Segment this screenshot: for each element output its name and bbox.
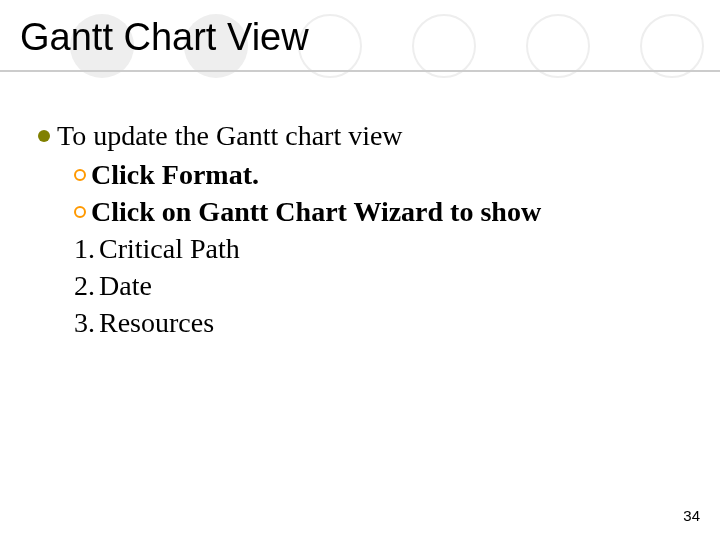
list-text: Date (99, 268, 152, 305)
slide-body: To update the Gantt chart view Click For… (38, 118, 690, 342)
bullet-level2-text: Click Format. (91, 157, 259, 194)
list-number: 2. (74, 268, 95, 305)
bullet-level1: To update the Gantt chart view (38, 118, 690, 155)
decor-circle (640, 14, 704, 78)
decor-circle (412, 14, 476, 78)
list-item: 1. Critical Path (74, 231, 690, 268)
bullet-level2: Click on Gantt Chart Wizard to show (74, 194, 690, 231)
list-item: 2. Date (74, 268, 690, 305)
ordered-list: 1. Critical Path 2. Date 3. Resources (74, 231, 690, 342)
page-number: 34 (683, 507, 700, 524)
bullet-level2-text: Click on Gantt Chart Wizard to show (91, 194, 541, 231)
ring-bullet-icon (74, 206, 86, 218)
title-underline (0, 70, 720, 72)
list-number: 3. (74, 305, 95, 342)
ring-bullet-icon (74, 169, 86, 181)
bullet-level1-text: To update the Gantt chart view (57, 118, 403, 155)
list-text: Resources (99, 305, 214, 342)
list-number: 1. (74, 231, 95, 268)
slide-title: Gantt Chart View (20, 16, 309, 59)
disc-bullet-icon (38, 130, 50, 142)
list-item: 3. Resources (74, 305, 690, 342)
list-text: Critical Path (99, 231, 240, 268)
bullet-level2: Click Format. (74, 157, 690, 194)
decor-circle (526, 14, 590, 78)
